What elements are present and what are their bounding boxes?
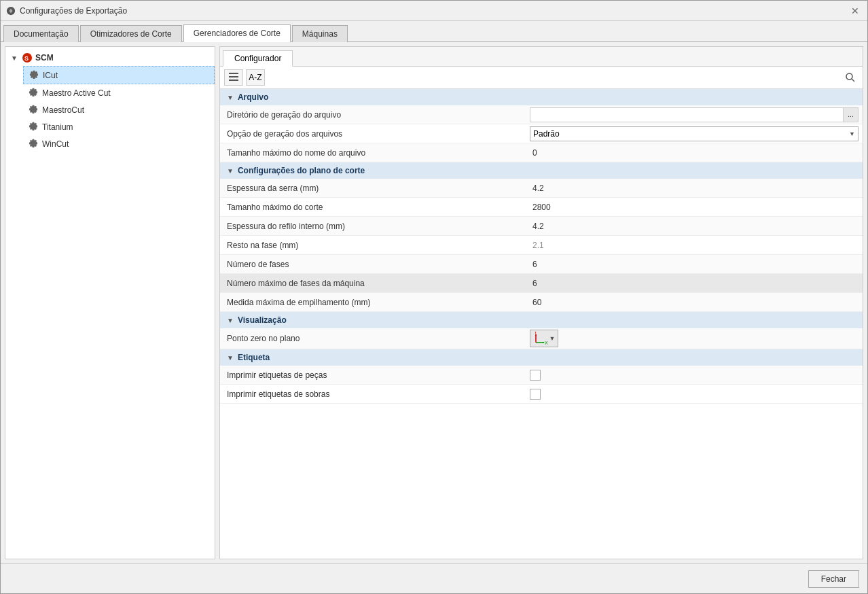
titlebar-left: Configurações de Exportação xyxy=(6,6,127,16)
config-row-tamanho-nome: Tamanho máximo do nome do arquivo 0 xyxy=(220,143,863,162)
label-etiquetas-pecas: Imprimir etiquetas de peças xyxy=(220,368,526,383)
value-espessura-refilo: 4.2 xyxy=(526,219,863,234)
config-row-medida-empilhamento: Medida máxima de empilhamento (mm) 60 xyxy=(220,293,863,312)
svg-rect-5 xyxy=(229,80,238,81)
value-medida-empilhamento: 60 xyxy=(526,295,863,310)
label-tamanho-nome: Tamanho máximo do nome do arquivo xyxy=(220,145,526,160)
value-opcao-geracao: Padrão Personalizado Automático ▼ xyxy=(526,125,863,143)
gear-icon-maestro-active-cut xyxy=(29,87,38,99)
diretorio-input[interactable] xyxy=(530,110,843,120)
section-label-arquivo: Arquivo xyxy=(238,92,268,102)
zero-point-button[interactable]: Y X ▼ xyxy=(530,330,558,347)
value-ponto-zero: Y X ▼ xyxy=(526,328,863,349)
left-panel: ▼ S SCM ICut xyxy=(5,46,215,559)
numero-fases-value: 6 xyxy=(530,258,540,270)
checkbox-etiquetas-sobras[interactable] xyxy=(530,389,541,400)
espessura-serra-value: 4.2 xyxy=(530,182,547,194)
label-numero-max-fases: Número máximo de fases da máquina xyxy=(220,276,526,291)
az-label: A-Z xyxy=(249,73,261,82)
tree-item-label-icut: ICut xyxy=(43,71,58,80)
svg-line-7 xyxy=(852,79,854,82)
section-toggle-arquivo[interactable]: ▼ xyxy=(227,94,234,101)
gear-icon-wincut xyxy=(29,138,38,150)
tree-group-scm[interactable]: ▼ S SCM xyxy=(5,50,215,66)
browse-button[interactable]: ... xyxy=(843,108,858,122)
label-espessura-refilo: Espessura do refilo interno (mm) xyxy=(220,219,526,234)
value-diretorio: ... xyxy=(526,106,863,124)
value-espessura-serra: 4.2 xyxy=(526,181,863,196)
svg-text:Y: Y xyxy=(534,332,537,334)
svg-rect-4 xyxy=(229,76,238,77)
value-etiquetas-pecas xyxy=(526,368,863,382)
numero-max-fases-value: 6 xyxy=(530,277,540,290)
tree-item-titanium[interactable]: Titanium xyxy=(23,118,215,135)
window-title: Configurações de Exportação xyxy=(20,6,127,16)
label-numero-fases: Número de fases xyxy=(220,257,526,272)
tree-item-icut[interactable]: ICut xyxy=(23,66,215,84)
label-resto-fase: Resto na fase (mm) xyxy=(220,238,526,253)
resto-fase-value: 2.1 xyxy=(530,239,547,251)
right-panel: Configurador A-Z xyxy=(219,46,863,559)
config-row-etiquetas-sobras: Imprimir etiquetas de sobras xyxy=(220,385,863,404)
svg-text:S: S xyxy=(24,55,29,62)
label-etiquetas-sobras: Imprimir etiquetas de sobras xyxy=(220,387,526,402)
config-row-diretorio: Diretório de geração do arquivo ... xyxy=(220,105,863,124)
svg-rect-3 xyxy=(229,73,238,74)
config-row-espessura-serra: Espessura da serra (mm) 4.2 xyxy=(220,179,863,198)
opcao-geracao-select[interactable]: Padrão Personalizado Automático xyxy=(530,127,858,141)
diretorio-input-box: ... xyxy=(530,107,858,122)
scm-icon: S xyxy=(22,52,33,63)
tamanho-corte-value: 2800 xyxy=(530,201,554,213)
section-header-visualizacao: ▼ Visualização xyxy=(220,312,863,328)
label-medida-empilhamento: Medida máxima de empilhamento (mm) xyxy=(220,295,526,310)
tree-item-label-maestrocut: MaestroCut xyxy=(42,105,84,115)
tamanho-nome-value: 0 xyxy=(530,147,540,159)
config-row-espessura-refilo: Espessura do refilo interno (mm) 4.2 xyxy=(220,217,863,236)
config-row-resto-fase: Resto na fase (mm) 2.1 xyxy=(220,236,863,255)
panel-tab-bar: Configurador xyxy=(220,47,863,67)
tab-gerenciadores[interactable]: Gerenciadores de Corte xyxy=(183,24,291,42)
value-resto-fase: 2.1 xyxy=(526,238,863,253)
titlebar: Configurações de Exportação ✕ xyxy=(1,1,867,21)
section-header-etiqueta: ▼ Etiqueta xyxy=(220,349,863,366)
section-toggle-visualizacao[interactable]: ▼ xyxy=(227,317,234,324)
config-row-ponto-zero: Ponto zero no plano Y X xyxy=(220,328,863,349)
tree-item-label-wincut: WinCut xyxy=(42,139,69,149)
config-row-numero-fases: Número de fases 6 xyxy=(220,255,863,274)
tab-otimizadores[interactable]: Otimizadores de Corte xyxy=(80,25,182,42)
config-row-opcao-geracao: Opção de geração dos arquivos Padrão Per… xyxy=(220,124,863,143)
tree-item-maestrocut[interactable]: MaestroCut xyxy=(23,101,215,118)
value-tamanho-nome: 0 xyxy=(526,145,863,160)
panel-tab-configurador[interactable]: Configurador xyxy=(223,50,293,67)
label-ponto-zero: Ponto zero no plano xyxy=(220,331,526,346)
section-label-config-plano: Configurações do plano de corte xyxy=(238,166,365,175)
app-icon xyxy=(6,6,16,16)
value-numero-max-fases: 6 xyxy=(526,276,863,291)
search-button[interactable] xyxy=(842,69,858,86)
close-button[interactable]: Fechar xyxy=(808,570,859,588)
config-row-etiquetas-pecas: Imprimir etiquetas de peças xyxy=(220,366,863,385)
medida-empilhamento-value: 60 xyxy=(530,296,544,309)
az-sort-button[interactable]: A-Z xyxy=(246,69,265,86)
section-toggle-etiqueta[interactable]: ▼ xyxy=(227,354,234,362)
checkbox-etiquetas-pecas[interactable] xyxy=(530,370,541,381)
label-opcao-geracao: Opção de geração dos arquivos xyxy=(220,126,526,141)
tree-root: ▼ S SCM ICut xyxy=(5,47,215,155)
close-button[interactable]: ✕ xyxy=(848,4,862,18)
label-tamanho-corte: Tamanho máximo do corte xyxy=(220,200,526,215)
label-diretorio: Diretório de geração do arquivo xyxy=(220,107,526,122)
config-row-numero-max-fases: Número máximo de fases da máquina 6 xyxy=(220,274,863,293)
svg-text:X: X xyxy=(545,340,548,345)
tab-documentacao[interactable]: Documentação xyxy=(3,25,79,42)
tab-maquinas[interactable]: Máquinas xyxy=(292,25,348,42)
tree-item-label-titanium: Titanium xyxy=(42,122,73,132)
tree-item-wincut[interactable]: WinCut xyxy=(23,135,215,152)
value-numero-fases: 6 xyxy=(526,257,863,272)
tree-collapse-arrow: ▼ xyxy=(11,54,19,62)
section-toggle-config-plano[interactable]: ▼ xyxy=(227,167,234,175)
gear-icon-maestrocut xyxy=(29,104,38,116)
tree-item-maestro-active-cut[interactable]: Maestro Active Cut xyxy=(23,84,215,101)
list-view-button[interactable] xyxy=(224,69,243,86)
tree-item-label-maestro-active-cut: Maestro Active Cut xyxy=(42,88,111,98)
opcao-geracao-select-wrapper: Padrão Personalizado Automático ▼ xyxy=(530,126,858,141)
